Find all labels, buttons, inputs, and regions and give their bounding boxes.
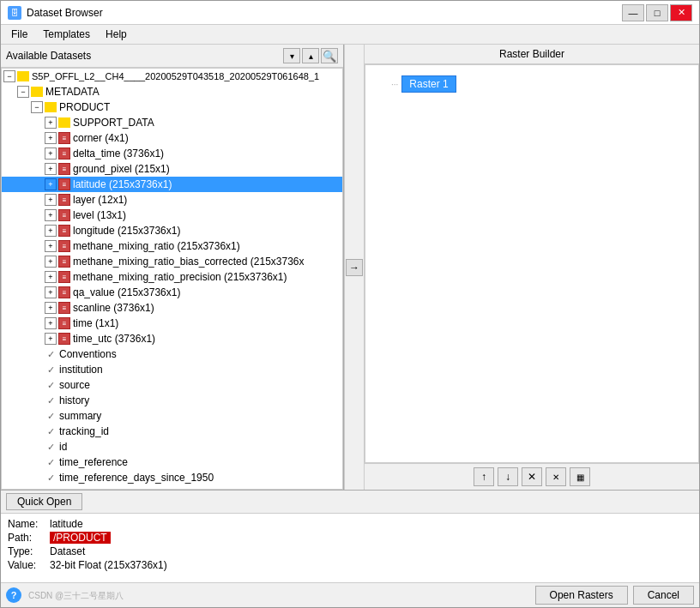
- minimize-button[interactable]: —: [622, 4, 644, 21]
- path-label: Path:: [8, 532, 46, 544]
- name-label: Name:: [8, 518, 46, 530]
- expand-corner[interactable]: +: [45, 132, 57, 144]
- tree-item-latitude[interactable]: + ≡ latitude (215x3736x1): [2, 177, 342, 192]
- menu-help[interactable]: Help: [99, 27, 134, 42]
- tree-item-time-reference[interactable]: ✓ time_reference: [2, 454, 342, 470]
- expand-scanline[interactable]: +: [45, 302, 57, 314]
- info-row-value: Value: 32-bit Float (215x3736x1): [8, 558, 692, 572]
- raster-item-1[interactable]: ··· Raster 1: [391, 75, 456, 93]
- tree-item-id[interactable]: ✓ id: [2, 439, 342, 454]
- tree-item-summary[interactable]: ✓ summary: [2, 408, 342, 424]
- tree-item-institution[interactable]: ✓ institution: [2, 362, 342, 377]
- expand-ground-pixel[interactable]: +: [45, 163, 57, 175]
- tree-item-qa[interactable]: + ≡ qa_value (215x3736x1): [2, 285, 342, 300]
- up-btn[interactable]: ▴: [302, 48, 319, 63]
- tree-item-layer[interactable]: + ≡ layer (12x1): [2, 192, 342, 208]
- info-row-path: Path: /PRODUCT: [8, 531, 692, 545]
- expand-latitude[interactable]: +: [45, 178, 57, 190]
- attr-check-icon4: ✓: [45, 394, 57, 406]
- tree-item-mmrbc[interactable]: + ≡ methane_mixing_ratio_bias_corrected …: [2, 254, 342, 269]
- tree-item-longitude[interactable]: + ≡ longitude (215x3736x1): [2, 223, 342, 238]
- item-label-latitude: latitude (215x3736x1): [73, 178, 172, 190]
- title-controls: — □ ✕: [622, 4, 692, 21]
- item-label-support: SUPPORT_DATA: [73, 117, 154, 129]
- cancel-button[interactable]: Cancel: [633, 586, 694, 605]
- panels-row: Available Datasets ▾ ▴ 🔍 − S5P_OFFL_L2__…: [1, 45, 699, 490]
- item-label-history: history: [59, 394, 89, 406]
- tree-item-delta-time[interactable]: + ≡ delta_time (3736x1): [2, 146, 342, 161]
- expand-time[interactable]: +: [45, 317, 57, 329]
- move-up-button[interactable]: ↑: [474, 467, 494, 486]
- tree-item-time[interactable]: + ≡ time (1x1): [2, 316, 342, 331]
- expand-layer[interactable]: +: [45, 194, 57, 206]
- item-label-ground-pixel: ground_pixel (215x1): [73, 163, 170, 175]
- expand-level[interactable]: +: [45, 209, 57, 221]
- menu-templates[interactable]: Templates: [36, 27, 97, 42]
- item-label-tracking-id: tracking_id: [59, 425, 109, 437]
- expand-qa[interactable]: +: [45, 286, 57, 298]
- clear-button[interactable]: ✕: [546, 467, 566, 486]
- expand-root[interactable]: −: [3, 70, 15, 82]
- expand-product[interactable]: −: [31, 101, 43, 113]
- tree-item-support[interactable]: + SUPPORT_DATA: [2, 115, 342, 130]
- item-label-corner: corner (4x1): [73, 132, 129, 144]
- item-label-level: level (13x1): [73, 209, 126, 221]
- raster-builder-header: Raster Builder: [365, 45, 699, 64]
- tree-item-scanline[interactable]: + ≡ scanline (3736x1): [2, 300, 342, 316]
- dataset-tree[interactable]: − S5P_OFFL_L2__CH4____20200529T043518_20…: [1, 68, 343, 490]
- tree-item-product[interactable]: − PRODUCT: [2, 99, 342, 115]
- left-panel: Available Datasets ▾ ▴ 🔍 − S5P_OFFL_L2__…: [1, 45, 344, 490]
- tree-item-mmr[interactable]: + ≡ methane_mixing_ratio (215x3736x1): [2, 238, 342, 254]
- expand-mmrp[interactable]: +: [45, 271, 57, 283]
- item-label-root: S5P_OFFL_L2__CH4____20200529T043518_2020…: [32, 71, 319, 81]
- open-rasters-button[interactable]: Open Rasters: [535, 586, 628, 605]
- tree-item-source[interactable]: ✓ source: [2, 377, 342, 393]
- expand-mmr[interactable]: +: [45, 240, 57, 252]
- item-label-time: time (1x1): [73, 317, 118, 329]
- item-label-delta-time: delta_time (3736x1): [73, 147, 164, 160]
- layout-button[interactable]: ▦: [570, 467, 590, 486]
- expand-longitude[interactable]: +: [45, 225, 57, 237]
- tree-item-root[interactable]: − S5P_OFFL_L2__CH4____20200529T043518_20…: [2, 69, 342, 84]
- help-button[interactable]: ?: [6, 587, 21, 603]
- item-label-longitude: longitude (215x3736x1): [73, 225, 180, 237]
- tree-item-conventions[interactable]: ✓ Conventions: [2, 346, 342, 362]
- info-panel-scroll[interactable]: Name: latitude Path: /PRODUCT Type: Data…: [1, 514, 699, 582]
- item-label-qa: qa_value (215x3736x1): [73, 286, 180, 298]
- maximize-button[interactable]: □: [646, 4, 668, 21]
- item-label-mmr: methane_mixing_ratio (215x3736x1): [73, 240, 240, 252]
- tree-item-ground-pixel[interactable]: + ≡ ground_pixel (215x1): [2, 161, 342, 177]
- expand-time-utc[interactable]: +: [45, 333, 57, 345]
- move-down-button[interactable]: ↓: [498, 467, 518, 486]
- attr-check-icon2: ✓: [45, 364, 57, 376]
- tree-item-corner[interactable]: + ≡ corner (4x1): [2, 130, 342, 146]
- tree-item-time-utc[interactable]: + ≡ time_utc (3736x1): [2, 331, 342, 346]
- expand-mmrbc[interactable]: +: [45, 256, 57, 268]
- close-button[interactable]: ✕: [670, 4, 692, 21]
- header-controls: ▾ ▴ 🔍: [283, 48, 338, 63]
- dropdown-btn[interactable]: ▾: [283, 48, 300, 63]
- raster-dots: ···: [391, 80, 398, 89]
- expand-metadata[interactable]: −: [17, 86, 29, 98]
- search-btn[interactable]: 🔍: [321, 48, 338, 63]
- tree-item-history[interactable]: ✓ history: [2, 393, 342, 408]
- attr-check-icon7: ✓: [45, 441, 57, 453]
- expand-delta-time[interactable]: +: [45, 147, 57, 160]
- item-label-source: source: [59, 379, 90, 391]
- info-row-type: Type: Dataset: [8, 545, 692, 558]
- tree-item-time-ref-days[interactable]: ✓ time_reference_days_since_1950: [2, 470, 342, 485]
- menu-file[interactable]: File: [4, 27, 34, 42]
- expand-support[interactable]: +: [45, 117, 57, 129]
- remove-button[interactable]: ✕: [522, 467, 542, 486]
- raster-builder-area: ··· Raster 1: [365, 64, 699, 463]
- quick-open-button[interactable]: Quick Open: [6, 493, 82, 510]
- tree-item-mmrp[interactable]: + ≡ methane_mixing_ratio_precision (215x…: [2, 269, 342, 285]
- tree-item-tracking-id[interactable]: ✓ tracking_id: [2, 424, 342, 439]
- value-label: Value:: [8, 559, 46, 571]
- tree-item-level[interactable]: + ≡ level (13x1): [2, 208, 342, 223]
- add-to-raster-button[interactable]: →: [346, 259, 363, 276]
- middle-arrow-container: →: [344, 45, 365, 490]
- tree-item-metadata[interactable]: − METADATA: [2, 84, 342, 99]
- item-label-id: id: [59, 441, 67, 453]
- raster-box-1[interactable]: Raster 1: [401, 75, 456, 93]
